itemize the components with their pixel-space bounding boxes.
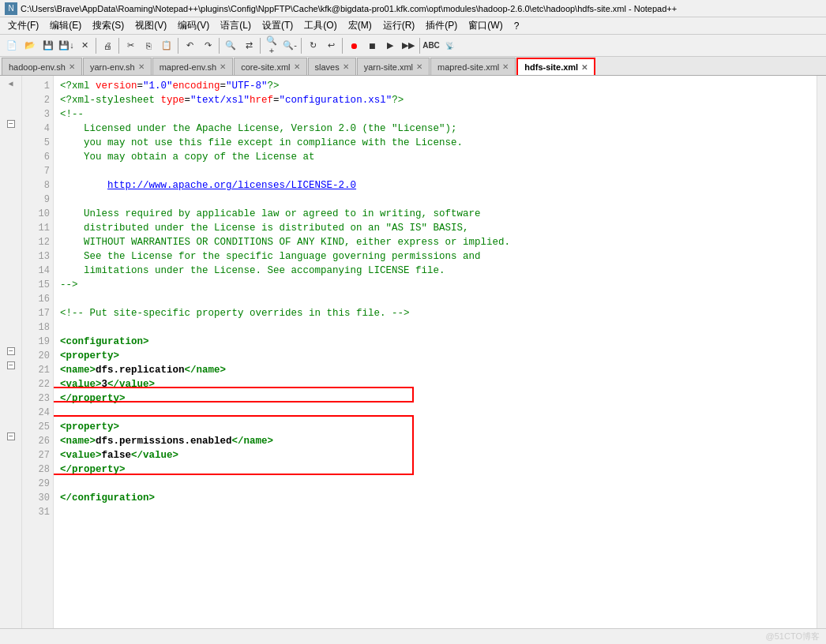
wrap-button[interactable]: ↩ [322, 37, 340, 54]
line-number-5: 5 [22, 136, 50, 150]
fold-marker-3[interactable]: − [7, 120, 15, 128]
separator-3 [178, 38, 178, 54]
print-button[interactable]: 🖨 [99, 37, 116, 54]
fold-marker-19[interactable]: − [7, 347, 15, 355]
open-button[interactable]: 📂 [21, 37, 39, 54]
line-number-2: 2 [22, 93, 50, 107]
code-line-17: <!-- Put site-specific property override… [60, 306, 810, 320]
zoom-in-button[interactable]: 🔍+ [263, 37, 280, 54]
separator-6 [301, 38, 302, 54]
menu-settings[interactable]: 设置(T) [257, 17, 298, 34]
line-number-3: 3 [22, 107, 50, 122]
cut-button[interactable]: ✂ [122, 37, 139, 54]
line-number-29: 29 [22, 477, 50, 491]
code-line-29 [60, 477, 810, 491]
code-line-19: <configuration> [60, 335, 810, 349]
tab-close-icon[interactable]: ✕ [138, 62, 145, 71]
line-numbers: 1234567891011121314151617181920212223242… [22, 76, 54, 628]
code-line-31 [60, 505, 810, 519]
undo-button[interactable]: ↶ [181, 37, 198, 54]
tab-yarn-env[interactable]: yarn-env.sh✕ [83, 58, 152, 75]
fold-marker-25[interactable]: − [7, 432, 15, 440]
code-line-26: <name>dfs.permissions.enabled</name> [60, 434, 810, 448]
menu-plugins[interactable]: 插件(P) [421, 17, 462, 34]
menu-encoding[interactable]: 编码(V) [173, 17, 214, 34]
tab-close-icon[interactable]: ✕ [220, 62, 226, 71]
tab-close-icon[interactable]: ✕ [69, 62, 75, 71]
code-line-22: <value>3</value> [60, 377, 810, 391]
code-line-8: http://www.apache.org/licenses/LICENSE-2… [60, 178, 810, 193]
line-number-11: 11 [22, 221, 50, 235]
tab-mapred-env[interactable]: mapred-env.sh✕ [152, 58, 234, 75]
line-number-8: 8 [22, 178, 50, 193]
tab-hadoop-env[interactable]: hadoop-env.sh✕ [2, 58, 82, 75]
save-all-button[interactable]: 💾↓ [58, 37, 75, 54]
paste-button[interactable]: 📋 [158, 37, 175, 54]
line-number-19: 19 [22, 335, 50, 349]
line-number-20: 20 [22, 349, 50, 363]
title-text: C:\Users\Brave\AppData\Roaming\Notepad++… [21, 4, 677, 13]
code-line-1: <?xml version="1.0" encoding="UTF-8"?> [60, 79, 810, 93]
zoom-out-button[interactable]: 🔍- [281, 37, 298, 54]
save-button[interactable]: 💾 [39, 37, 57, 54]
toolbar: 📄 📂 💾 💾↓ ✕ 🖨 ✂ ⎘ 📋 ↶ ↷ 🔍 ⇄ 🔍+ 🔍- ↻ ↩ ⏺ ⏹… [0, 35, 826, 57]
find-button[interactable]: 🔍 [222, 37, 239, 54]
line-number-6: 6 [22, 150, 50, 164]
menu-search[interactable]: 搜索(S) [88, 17, 129, 34]
line-number-4: 4 [22, 122, 50, 136]
app-icon: N [5, 2, 17, 15]
menu-language[interactable]: 语言(L) [216, 17, 256, 34]
menu-tools[interactable]: 工具(O) [299, 17, 341, 34]
code-line-2: <?xml-stylesheet type="text/xsl" href="c… [60, 93, 810, 107]
tab-yarn-site[interactable]: yarn-site.xml✕ [357, 58, 430, 75]
tab-mapred-site[interactable]: mapred-site.xml✕ [430, 58, 516, 75]
tab-core-site[interactable]: core-site.xml✕ [234, 58, 306, 75]
scroll-left-btn[interactable]: ◀ [0, 79, 21, 88]
menu-macro[interactable]: 宏(M) [344, 17, 377, 34]
menu-run[interactable]: 运行(R) [378, 17, 420, 34]
menu-window[interactable]: 窗口(W) [464, 17, 507, 34]
separator-7 [342, 38, 343, 54]
separator-5 [260, 38, 261, 54]
close-button[interactable]: ✕ [76, 37, 93, 54]
tab-close-icon[interactable]: ✕ [502, 62, 509, 71]
macro-play-button[interactable]: ▶ [381, 37, 399, 54]
code-line-9 [60, 193, 810, 207]
menu-bar: 文件(F) 编辑(E) 搜索(S) 视图(V) 编码(V) 语言(L) 设置(T… [0, 17, 826, 35]
fold-marker-20[interactable]: − [7, 361, 15, 369]
line-number-12: 12 [22, 235, 50, 249]
ftp-button[interactable]: 📡 [441, 37, 458, 54]
menu-file[interactable]: 文件(F) [3, 17, 43, 34]
code-area[interactable]: <?xml version="1.0" encoding="UTF-8"?><?… [54, 76, 817, 628]
code-line-4: Licensed under the Apache License, Versi… [60, 122, 810, 136]
tab-slaves[interactable]: slaves✕ [308, 58, 356, 75]
tab-close-icon[interactable]: ✕ [581, 63, 588, 72]
tab-hdfs-site[interactable]: hdfs-site.xml✕ [516, 58, 595, 75]
tab-close-icon[interactable]: ✕ [416, 62, 422, 71]
line-number-22: 22 [22, 377, 50, 391]
menu-view[interactable]: 视图(V) [130, 17, 171, 34]
menu-edit[interactable]: 编辑(E) [45, 17, 86, 34]
tab-close-icon[interactable]: ✕ [294, 62, 300, 71]
line-number-13: 13 [22, 249, 50, 264]
line-number-10: 10 [22, 207, 50, 221]
scroll-indicator[interactable] [817, 76, 826, 628]
macro-stop-button[interactable]: ⏹ [363, 37, 381, 54]
copy-button[interactable]: ⎘ [140, 37, 157, 54]
replace-button[interactable]: ⇄ [240, 37, 257, 54]
spell-button[interactable]: ABC [422, 37, 440, 54]
line-number-14: 14 [22, 264, 50, 278]
macro-run-button[interactable]: ▶▶ [400, 37, 417, 54]
code-line-7 [60, 164, 810, 178]
macro-record-button[interactable]: ⏺ [345, 37, 362, 54]
code-line-3: <!-- [60, 107, 810, 122]
line-number-18: 18 [22, 320, 50, 335]
tab-close-icon[interactable]: ✕ [343, 62, 349, 71]
sync-button[interactable]: ↻ [304, 37, 321, 54]
line-number-24: 24 [22, 406, 50, 420]
line-number-16: 16 [22, 292, 50, 306]
code-line-23: </property> [60, 391, 810, 406]
redo-button[interactable]: ↷ [199, 37, 216, 54]
new-button[interactable]: 📄 [3, 37, 21, 54]
menu-help[interactable]: ? [509, 19, 524, 33]
